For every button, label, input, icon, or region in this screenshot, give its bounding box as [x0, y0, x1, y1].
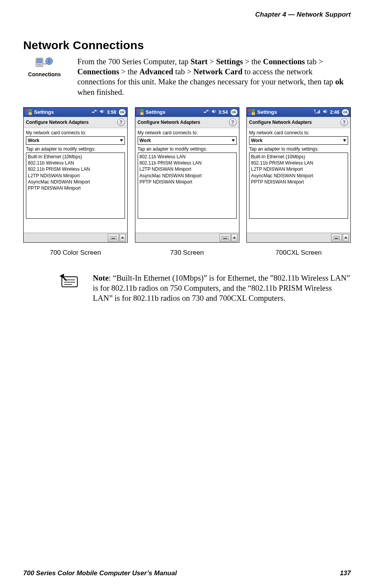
- svg-rect-48: [335, 238, 338, 239]
- svg-marker-49: [344, 237, 347, 238]
- list-item[interactable]: PPTP NDISWAN Miniport: [251, 179, 346, 185]
- keyboard-icon[interactable]: [331, 234, 342, 242]
- clock-time: 3:58: [107, 110, 116, 115]
- help-icon[interactable]: ?: [340, 118, 348, 126]
- list-item[interactable]: L2TP NDISWAN Miniport: [28, 173, 123, 179]
- page-subtitle-bar: Configure Network Adapters ?: [135, 117, 239, 128]
- svg-point-40: [315, 113, 316, 113]
- svg-point-4: [40, 64, 41, 65]
- page-subtitle: Configure Network Adapters: [26, 120, 89, 125]
- svg-rect-1: [37, 59, 42, 63]
- svg-rect-24: [222, 236, 229, 240]
- keyboard-icon[interactable]: [108, 234, 119, 242]
- svg-rect-6: [25, 109, 28, 112]
- taskbar-title: Settings: [144, 109, 203, 115]
- screenshot-730: Settings 3:54 ok Configure Network Adapt…: [135, 107, 239, 257]
- page-number: 137: [340, 569, 351, 577]
- note-body: : “Built-In Ethernet (10Mbps)” is for Et…: [93, 274, 350, 302]
- intro-text-network-card: Network Card: [193, 67, 243, 76]
- svg-marker-10: [100, 110, 102, 113]
- svg-rect-30: [223, 238, 227, 239]
- network-dropdown[interactable]: Work: [249, 136, 348, 145]
- start-flag-icon[interactable]: [248, 109, 256, 116]
- list-item[interactable]: Built-In Ethernet (10Mbps): [251, 154, 346, 160]
- network-dropdown[interactable]: Work: [138, 136, 237, 145]
- connects-to-label: My network card connects to:: [26, 130, 125, 135]
- svg-rect-11: [110, 236, 117, 240]
- connections-icon-block: Connections: [23, 57, 66, 77]
- svg-rect-22: [140, 112, 143, 115]
- list-item[interactable]: 802.11b PRISM Wireless LAN: [140, 160, 235, 166]
- svg-point-3: [39, 64, 40, 65]
- list-item[interactable]: 802.11b Wireless LAN: [140, 154, 235, 160]
- page-subtitle-bar: Configure Network Adapters ?: [24, 117, 127, 128]
- taskbar: Settings 3:54 ok: [135, 108, 239, 117]
- connects-to-label: My network card connects to:: [249, 130, 348, 135]
- page-subtitle: Configure Network Adapters: [249, 120, 312, 125]
- svg-rect-17: [111, 238, 115, 239]
- list-item[interactable]: L2TP NDISWAN Miniport: [140, 166, 235, 172]
- screenshot-caption: 700 Color Screen: [23, 249, 128, 257]
- taskbar-title: Settings: [256, 109, 314, 115]
- svg-rect-38: [318, 111, 319, 113]
- svg-rect-8: [25, 112, 28, 115]
- svg-rect-7: [29, 109, 32, 112]
- ok-button[interactable]: ok: [118, 109, 126, 116]
- list-item[interactable]: 802.11b PRISM Wireless LAN: [251, 160, 346, 166]
- tap-adapter-label: Tap an adapter to modify settings:: [138, 146, 237, 152]
- start-flag-icon[interactable]: [25, 109, 32, 116]
- svg-marker-41: [323, 110, 326, 113]
- svg-rect-42: [333, 236, 340, 240]
- signal-icon: [203, 109, 209, 115]
- list-item[interactable]: AsyncMac NDISWAN Miniport: [251, 173, 346, 179]
- network-dropdown[interactable]: Work: [26, 136, 125, 145]
- dropdown-value: Work: [28, 138, 39, 143]
- volume-icon[interactable]: [100, 109, 104, 115]
- intro-text-advanced: Advanced: [139, 67, 173, 76]
- screenshot-caption: 700CXL Screen: [246, 249, 351, 257]
- ok-button[interactable]: ok: [230, 109, 238, 116]
- list-item[interactable]: 802.11b Wireless LAN: [28, 160, 123, 166]
- dropdown-value: Work: [140, 138, 151, 143]
- svg-marker-23: [212, 110, 214, 113]
- taskbar-title: Settings: [32, 109, 91, 115]
- svg-rect-39: [319, 110, 320, 113]
- intro-text-frag: tab >: [173, 67, 193, 76]
- note-icon: [58, 273, 81, 291]
- intro-text-frag: From the 700 Series Computer, tap: [77, 57, 190, 66]
- list-item[interactable]: PPTP NDISWAN Miniport: [140, 179, 235, 185]
- bottom-bar: [24, 233, 127, 242]
- note-label: Note: [93, 274, 109, 282]
- list-item[interactable]: AsyncMac NDISWAN Miniport: [140, 173, 235, 179]
- sip-arrow-icon[interactable]: [231, 234, 237, 242]
- volume-icon[interactable]: [323, 109, 328, 115]
- list-item[interactable]: 802.11b PRISM Wireless LAN: [28, 166, 123, 172]
- help-icon[interactable]: ?: [229, 118, 237, 126]
- svg-rect-37: [317, 112, 318, 113]
- bottom-bar: [135, 233, 239, 242]
- adapter-listbox[interactable]: Built-In Ethernet (10Mbps) 802.11b Wirel…: [26, 153, 125, 219]
- screenshot-700cxl: Settings Y 2:46 ok: [246, 107, 351, 257]
- intro-text-frag: tab >: [305, 57, 323, 66]
- ok-button[interactable]: ok: [342, 109, 349, 116]
- footer-title: 700 Series Color Mobile Computer User’s …: [23, 569, 177, 577]
- screenshot-700color: Settings 3:58 ok Configure Network Adapt…: [23, 107, 128, 257]
- list-item[interactable]: L2TP NDISWAN Miniport: [251, 166, 346, 172]
- bottom-bar: [247, 233, 350, 242]
- intro-text-frag: > the: [119, 67, 139, 76]
- list-item[interactable]: Built-In Ethernet (10Mbps): [28, 154, 123, 160]
- dropdown-value: Work: [251, 138, 263, 143]
- volume-icon[interactable]: [212, 109, 216, 115]
- start-flag-icon[interactable]: [137, 109, 144, 116]
- svg-rect-33: [252, 109, 255, 112]
- help-icon[interactable]: ?: [117, 118, 125, 126]
- keyboard-icon[interactable]: [220, 234, 231, 242]
- sip-arrow-icon[interactable]: [120, 234, 126, 242]
- intro-text-frag: >: [208, 57, 216, 66]
- list-item[interactable]: AsyncMac NDISWAN Miniport: [28, 179, 123, 185]
- adapter-listbox[interactable]: 802.11b Wireless LAN 802.11b PRISM Wirel…: [138, 153, 237, 219]
- adapter-listbox[interactable]: Built-In Ethernet (10Mbps) 802.11b PRISM…: [249, 153, 348, 219]
- sip-arrow-icon[interactable]: [343, 234, 349, 242]
- tap-adapter-label: Tap an adapter to modify settings:: [26, 146, 125, 152]
- list-item[interactable]: PPTP NDISWAN Miniport: [28, 185, 123, 191]
